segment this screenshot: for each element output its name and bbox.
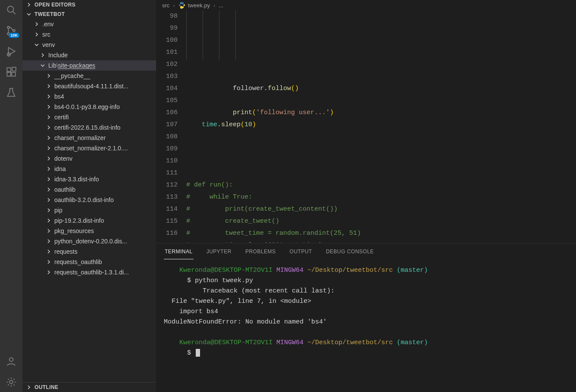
- tree-item[interactable]: pip-19.2.3.dist-info: [22, 215, 156, 226]
- tree-item[interactable]: .env: [22, 19, 156, 29]
- breadcrumb[interactable]: src › tweek.py › ...: [156, 0, 576, 10]
- line-number: 99: [156, 22, 178, 34]
- tree-item[interactable]: charset_normalizer: [22, 133, 156, 143]
- line-number: 100: [156, 34, 178, 47]
- svg-marker-5: [9, 47, 15, 55]
- code-line[interactable]: [186, 131, 576, 143]
- line-number: 104: [156, 83, 178, 95]
- tree-item[interactable]: idna-3.3.dist-info: [22, 174, 156, 184]
- source-control-icon[interactable]: 10K: [6, 25, 17, 36]
- outline-header[interactable]: OUTLINE: [22, 382, 156, 392]
- panel-tab-problems[interactable]: PROBLEMS: [244, 247, 277, 259]
- tree-item[interactable]: beautifulsoup4-4.11.1.dist...: [22, 81, 156, 91]
- tree-item[interactable]: charset_normalizer-2.1.0....: [22, 143, 156, 153]
- code-editor[interactable]: 9899100101102103104105106107108109110111…: [156, 10, 576, 243]
- account-icon[interactable]: [6, 356, 17, 367]
- tree-item[interactable]: bs4-0.0.1-py3.8.egg-info: [22, 102, 156, 112]
- tree-item[interactable]: oauthlib: [22, 184, 156, 195]
- code-line[interactable]: print('following user...'): [186, 107, 576, 119]
- tree-item[interactable]: venv: [22, 40, 156, 50]
- line-number: 115: [156, 215, 178, 227]
- chevron-right-icon: [46, 249, 52, 255]
- panel-tab-terminal[interactable]: TERMINAL: [164, 247, 194, 259]
- extensions-icon[interactable]: [6, 66, 17, 78]
- code-line[interactable]: # time.sleep(60*tweet_time): [186, 240, 576, 243]
- tree-item[interactable]: certifi: [22, 112, 156, 122]
- chevron-right-icon: [26, 384, 32, 390]
- code-line[interactable]: # def run():: [186, 179, 576, 191]
- panel-tab-output[interactable]: OUTPUT: [289, 247, 313, 259]
- code-line[interactable]: # print(create_tweet_content()): [186, 203, 576, 215]
- tree-item[interactable]: __pycache__: [22, 71, 156, 81]
- chevron-right-icon: [46, 114, 52, 120]
- chevron-right-icon: [46, 166, 52, 172]
- file-tree: .envsrcvenvIncludeLib\site-packages__pyc…: [22, 19, 156, 382]
- chevron-right-icon: [46, 228, 52, 234]
- svg-point-12: [9, 358, 13, 361]
- gear-icon[interactable]: [6, 376, 17, 388]
- tree-item[interactable]: oauthlib-3.2.0.dist-info: [22, 195, 156, 205]
- tree-item[interactable]: requests_oauthlib: [22, 257, 156, 267]
- tree-item[interactable]: pkg_resources: [22, 226, 156, 236]
- terminal[interactable]: Kweronda@DESKTOP-MT2OV1I MINGW64 ~/Deskt…: [156, 259, 576, 392]
- tree-item-label: idna: [54, 165, 66, 172]
- tree-item[interactable]: src: [22, 29, 156, 40]
- code-line[interactable]: # tweet_time = random.randint(25, 51): [186, 227, 576, 240]
- tree-item-label: charset_normalizer-2.1.0....: [54, 145, 128, 152]
- chevron-right-icon: [26, 2, 32, 8]
- code-line[interactable]: [186, 95, 576, 107]
- terminal-line: Kweronda@DESKTOP-MT2OV1I MINGW64 ~/Deskt…: [164, 265, 568, 276]
- tree-item[interactable]: bs4: [22, 91, 156, 102]
- chevron-right-icon: ›: [173, 2, 175, 9]
- chevron-right-icon: [46, 73, 52, 79]
- tree-item-label: __pycache__: [54, 72, 90, 79]
- tree-item[interactable]: certifi-2022.6.15.dist-info: [22, 122, 156, 133]
- run-icon[interactable]: [6, 46, 17, 57]
- line-number: 105: [156, 95, 178, 107]
- explorer-root-header[interactable]: TWEETBOT: [22, 9, 156, 19]
- tree-item-label: Lib\site-packages: [48, 62, 95, 69]
- tree-item[interactable]: Lib\site-packages: [22, 60, 156, 71]
- chevron-right-icon: [34, 21, 40, 27]
- code-area[interactable]: follower.follow() print('following user.…: [186, 10, 576, 243]
- tree-item[interactable]: requests_oauthlib-1.3.1.di...: [22, 267, 156, 277]
- tree-item[interactable]: requests: [22, 246, 156, 257]
- chevron-right-icon: [46, 187, 52, 193]
- tree-item[interactable]: Include: [22, 50, 156, 60]
- code-line[interactable]: [186, 155, 576, 167]
- svg-rect-7: [7, 68, 11, 72]
- tree-item[interactable]: idna: [22, 164, 156, 174]
- line-number: 112: [156, 179, 178, 191]
- tree-item[interactable]: python_dotenv-0.20.0.dis...: [22, 236, 156, 246]
- breadcrumb-file[interactable]: tweek.py: [178, 2, 210, 9]
- chevron-right-icon: [40, 52, 46, 58]
- tree-item[interactable]: pip: [22, 205, 156, 215]
- tree-item-label: venv: [42, 41, 55, 48]
- svg-point-14: [180, 3, 181, 3]
- tree-item-label: bs4: [54, 93, 64, 100]
- code-line[interactable]: time.sleep(10): [186, 119, 576, 131]
- explorer-root-label: TWEETBOT: [34, 11, 65, 17]
- code-line[interactable]: [186, 167, 576, 179]
- line-number: 107: [156, 119, 178, 131]
- breadcrumb-segment[interactable]: src: [162, 2, 169, 9]
- code-line[interactable]: follower.follow(): [186, 83, 576, 95]
- panel-tab-debug-console[interactable]: DEBUG CONSOLE: [325, 247, 375, 259]
- line-number: 109: [156, 143, 178, 155]
- line-number: 102: [156, 59, 178, 71]
- testing-icon[interactable]: [6, 87, 17, 98]
- line-number: 114: [156, 203, 178, 215]
- source-control-badge: 10K: [9, 33, 19, 38]
- code-line[interactable]: [186, 143, 576, 155]
- tree-item[interactable]: dotenv: [22, 153, 156, 164]
- breadcrumb-segment[interactable]: ...: [219, 2, 223, 9]
- tree-item-label: idna-3.3.dist-info: [54, 176, 99, 183]
- code-line[interactable]: # while True:: [186, 191, 576, 203]
- search-icon[interactable]: [6, 4, 17, 16]
- chevron-right-icon: [46, 269, 52, 275]
- panel-tab-jupyter[interactable]: JUPYTER: [206, 247, 232, 259]
- open-editors-header[interactable]: OPEN EDITORS: [22, 0, 156, 9]
- code-line[interactable]: # create_tweet(): [186, 215, 576, 227]
- chevron-right-icon: [46, 207, 52, 213]
- terminal-line: File "tweek.py", line 7, in <module>: [164, 296, 568, 307]
